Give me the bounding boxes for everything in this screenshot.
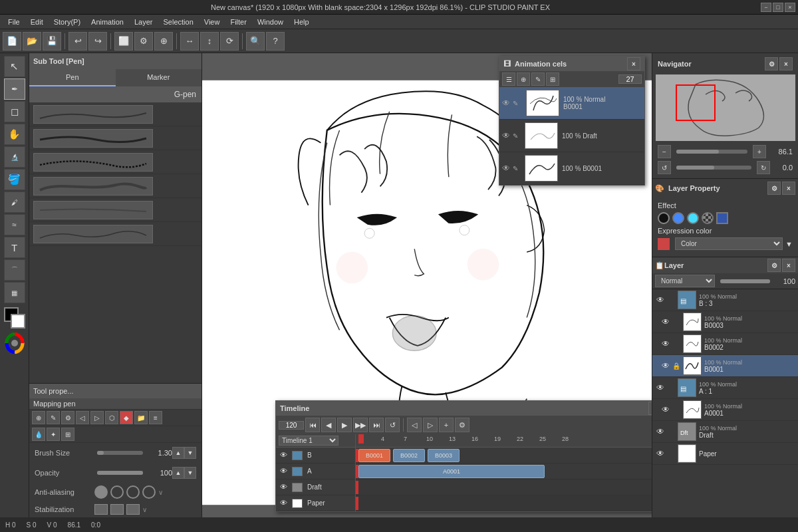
layer-panel-close[interactable]: ×: [782, 259, 795, 272]
cel-b0003[interactable]: B0003: [428, 449, 460, 462]
effect-btn-cyan[interactable]: [687, 212, 699, 224]
eye-b0002[interactable]: 👁: [660, 338, 671, 349]
tl-eye-a[interactable]: 👁: [280, 467, 289, 476]
prop-btn-11[interactable]: ✦: [47, 428, 60, 441]
layer-row-b3[interactable]: 👁 ▤ 100 % Normal B : 3: [652, 289, 798, 311]
pen-tool[interactable]: ✒: [4, 78, 25, 100]
tl-last-frame[interactable]: ⏭: [369, 418, 384, 432]
eye-icon-3[interactable]: 👁: [502, 164, 513, 173]
prop-btn-7[interactable]: ◆: [120, 411, 133, 424]
tl-play[interactable]: ▶: [337, 418, 352, 432]
blur-tool[interactable]: ≈: [4, 214, 25, 235]
menu-file[interactable]: File: [3, 17, 25, 27]
layer-row-b0003[interactable]: 👁 100 % Normal B0003: [652, 311, 798, 333]
canvas-area[interactable]: 🎞 Animation cels × ☰ ⊕ ✎ ⊞ 👁 ✎: [202, 53, 652, 532]
rotate-right-btn[interactable]: ↻: [757, 161, 770, 174]
fill-tool[interactable]: 🪣: [4, 169, 25, 190]
prop-btn-2[interactable]: ✎: [47, 411, 60, 424]
foreground-color[interactable]: [4, 307, 25, 329]
list-item[interactable]: [29, 174, 201, 198]
prop-btn-10[interactable]: 💧: [32, 428, 45, 441]
tl-first-frame[interactable]: ⏮: [305, 418, 320, 432]
rotation-slider[interactable]: [676, 166, 751, 170]
anim-frame-input[interactable]: [618, 74, 642, 84]
list-item[interactable]: [29, 150, 201, 174]
prop-btn-5[interactable]: ▷: [90, 411, 104, 424]
tl-add-cel[interactable]: +: [439, 418, 454, 432]
color-wheel-small[interactable]: [4, 332, 25, 355]
prop-btn-9[interactable]: ≡: [149, 411, 162, 424]
anim-tb-1[interactable]: ☰: [502, 72, 515, 86]
opacity-slider[interactable]: [97, 471, 143, 475]
zoom-in-button[interactable]: +: [753, 145, 766, 158]
timeline-minimize[interactable]: −: [648, 402, 652, 415]
tl-settings[interactable]: ⚙: [455, 418, 469, 432]
navigator-preview[interactable]: [656, 74, 795, 141]
maximize-button[interactable]: □: [773, 3, 783, 12]
lp-settings[interactable]: ⚙: [767, 182, 781, 195]
redo-button[interactable]: ↪: [88, 32, 107, 51]
aa-option-3[interactable]: [142, 485, 156, 499]
vector-tool[interactable]: ⌒: [4, 259, 25, 281]
menu-view[interactable]: View: [199, 17, 225, 27]
move-tool[interactable]: ✋: [4, 124, 25, 145]
stab-option-2[interactable]: [126, 504, 140, 515]
cel-b0002[interactable]: B0002: [393, 449, 425, 462]
zoom-out-button[interactable]: −: [658, 145, 671, 158]
aa-option-2[interactable]: [126, 485, 140, 499]
nav-btn-1[interactable]: ⚙: [765, 57, 778, 70]
stab-option-1[interactable]: [110, 504, 124, 515]
help-icon-button[interactable]: ?: [266, 32, 285, 51]
eye-paper[interactable]: 👁: [655, 448, 666, 459]
opacity-down[interactable]: ▼: [184, 467, 196, 479]
list-item[interactable]: [29, 102, 201, 126]
eye-b3[interactable]: 👁: [655, 295, 666, 305]
effect-btn-blue2[interactable]: [716, 212, 728, 224]
tl-onion-prev[interactable]: ◁: [407, 418, 422, 432]
anim-tb-3[interactable]: ✎: [531, 72, 545, 86]
lasso-button[interactable]: ⚙: [134, 32, 153, 51]
menu-window[interactable]: Window: [252, 17, 289, 27]
eye-b0003[interactable]: 👁: [660, 317, 671, 327]
effect-btn-dark[interactable]: [658, 212, 670, 224]
grad-tool[interactable]: ▦: [4, 282, 25, 303]
opacity-up[interactable]: ▲: [172, 467, 184, 479]
eye-a0001[interactable]: 👁: [660, 404, 671, 415]
select-tool[interactable]: ↖: [4, 56, 25, 77]
eye-icon-2[interactable]: 👁: [502, 131, 513, 140]
tab-marker[interactable]: Marker: [116, 69, 202, 86]
effect-btn-blue[interactable]: [672, 212, 684, 224]
close-button[interactable]: ×: [785, 3, 795, 12]
layer-row-b0002[interactable]: 👁 100 % Normal B0002: [652, 333, 798, 355]
brush-size-down[interactable]: ▼: [184, 447, 196, 459]
list-item[interactable]: [29, 198, 201, 222]
anim-row-active[interactable]: 👁 ✎ 100 % Normal B0001: [499, 87, 644, 120]
anim-tb-2[interactable]: ⊕: [517, 72, 530, 86]
undo-button[interactable]: ↩: [68, 32, 87, 51]
prop-btn-1[interactable]: ⊕: [32, 411, 45, 424]
zoom-slider[interactable]: [676, 150, 747, 154]
brush-tool[interactable]: 🖌: [4, 192, 25, 213]
eyedrop-tool[interactable]: 🔬: [4, 146, 25, 168]
menu-help[interactable]: Help: [289, 17, 315, 27]
anim-row-2[interactable]: 👁 ✎ 100 % Draft: [499, 120, 644, 152]
menu-layer[interactable]: Layer: [129, 17, 158, 27]
aa-option-1[interactable]: [110, 485, 124, 499]
tl-eye-paper[interactable]: 👁: [280, 499, 289, 508]
flip-h-button[interactable]: ↔: [180, 32, 199, 51]
prop-btn-3[interactable]: ⚙: [61, 411, 74, 424]
frame-count-input[interactable]: [279, 421, 304, 430]
lp-close[interactable]: ×: [782, 182, 795, 195]
transform-button[interactable]: ⊕: [154, 32, 173, 51]
brush-size-up[interactable]: ▲: [172, 447, 184, 459]
layer-settings[interactable]: ⚙: [767, 259, 781, 272]
prop-btn-12[interactable]: ⊞: [61, 428, 74, 441]
effect-btn-checker[interactable]: [702, 212, 714, 224]
rotate-button[interactable]: ⟳: [220, 32, 239, 51]
nav-btn-2[interactable]: ×: [779, 57, 793, 70]
prop-btn-6[interactable]: ⬡: [105, 411, 118, 424]
tl-eye-draft[interactable]: 👁: [280, 483, 289, 492]
menu-selection[interactable]: Selection: [158, 17, 199, 27]
zoom-fit-button[interactable]: 🔍: [246, 32, 265, 51]
flip-v-button[interactable]: ↕: [200, 32, 219, 51]
